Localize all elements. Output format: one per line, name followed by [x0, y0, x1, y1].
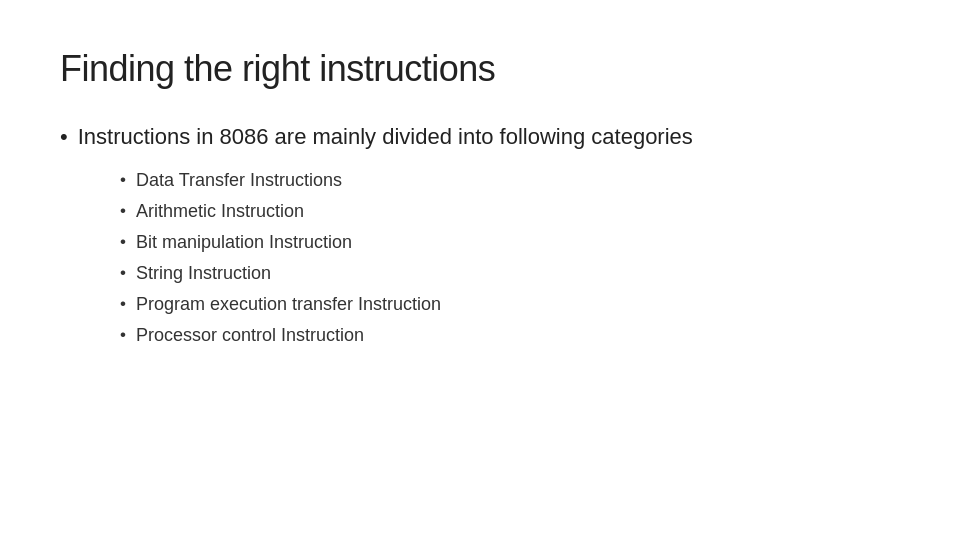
bullet-l2: •	[120, 167, 126, 193]
slide-title: Finding the right instructions	[60, 48, 900, 90]
bullet-l1: •	[60, 122, 68, 153]
level1-item: • Instructions in 8086 are mainly divide…	[60, 122, 900, 153]
list-item: •Program execution transfer Instruction	[120, 291, 900, 318]
list-item: •Bit manipulation Instruction	[120, 229, 900, 256]
list-item: •Data Transfer Instructions	[120, 167, 900, 194]
sub-item-text: Program execution transfer Instruction	[136, 291, 441, 318]
bullet-l2: •	[120, 229, 126, 255]
level1-text: Instructions in 8086 are mainly divided …	[78, 122, 693, 153]
sub-list: •Data Transfer Instructions•Arithmetic I…	[120, 167, 900, 353]
sub-item-text: String Instruction	[136, 260, 271, 287]
bullet-l2: •	[120, 291, 126, 317]
list-item: •Arithmetic Instruction	[120, 198, 900, 225]
bullet-l2: •	[120, 198, 126, 224]
sub-item-text: Processor control Instruction	[136, 322, 364, 349]
list-item: •String Instruction	[120, 260, 900, 287]
content-area: • Instructions in 8086 are mainly divide…	[60, 122, 900, 353]
slide: Finding the right instructions • Instruc…	[0, 0, 960, 540]
sub-item-text: Arithmetic Instruction	[136, 198, 304, 225]
sub-item-text: Bit manipulation Instruction	[136, 229, 352, 256]
list-item: •Processor control Instruction	[120, 322, 900, 349]
bullet-l2: •	[120, 322, 126, 348]
sub-item-text: Data Transfer Instructions	[136, 167, 342, 194]
bullet-l2: •	[120, 260, 126, 286]
